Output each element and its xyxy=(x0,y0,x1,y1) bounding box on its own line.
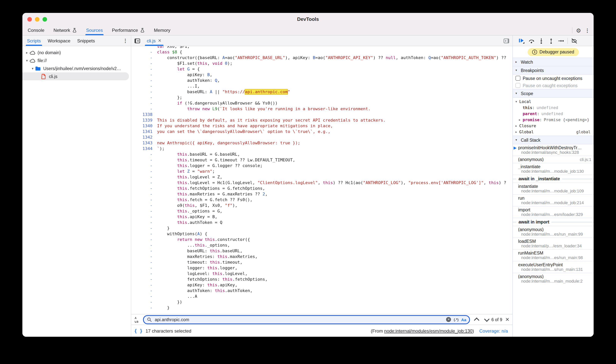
line-number[interactable]: - xyxy=(131,61,157,66)
checkbox[interactable] xyxy=(516,83,520,88)
replace-toggle-icon[interactable] xyxy=(134,316,140,323)
line-number[interactable]: - xyxy=(131,305,157,311)
line-number[interactable]: 1342 xyxy=(131,134,157,140)
line-number[interactable]: - xyxy=(131,100,157,106)
line-number[interactable]: - xyxy=(131,265,157,271)
line-number[interactable]: - xyxy=(131,89,157,95)
breakpoint-option[interactable]: Pause on uncaught exceptions xyxy=(513,75,594,82)
line-number[interactable]: 1341 xyxy=(131,129,157,134)
tree-item-cli-js[interactable]: cli.js xyxy=(22,72,129,80)
chevron-down-icon[interactable]: ▾ xyxy=(25,59,29,62)
scope-prop-promise[interactable]: ▸promise:Promise {<pending>} xyxy=(513,117,594,123)
call-stack-frame[interactable]: loadESMnode:internal/p…/esm_loader:34 xyxy=(513,237,594,249)
navigator-tab-snippets[interactable]: Snippets xyxy=(77,36,95,46)
line-number[interactable]: 1343 xyxy=(131,140,157,146)
line-number[interactable]: - xyxy=(131,66,157,72)
tab-sources[interactable]: Sources xyxy=(86,25,103,35)
line-number[interactable]: - xyxy=(131,248,157,254)
gear-icon[interactable]: ⚙ xyxy=(576,27,581,33)
close-tab-icon[interactable]: ✕ xyxy=(158,38,161,43)
call-stack-frame[interactable]: instantiatenode:internal/m…module_job:10… xyxy=(513,182,594,194)
line-number[interactable]: - xyxy=(131,72,157,78)
line-number[interactable]: - xyxy=(131,174,157,180)
call-stack-frame[interactable]: (anonymous)node:internal/m…es/run_main:9… xyxy=(513,226,594,237)
section-call-stack[interactable]: ▾ Call Stack xyxy=(513,136,594,144)
line-number[interactable]: - xyxy=(131,299,157,305)
line-number[interactable]: 1344 xyxy=(131,146,157,152)
line-number[interactable]: - xyxy=(131,157,157,163)
section-scope[interactable]: ▾ Scope xyxy=(513,89,594,98)
line-number[interactable]: - xyxy=(131,106,157,112)
line-number[interactable]: 1339 xyxy=(131,117,157,123)
line-number[interactable]: - xyxy=(131,163,157,169)
coverage-link[interactable]: Coverage: n/a xyxy=(479,328,508,334)
chevron-right-icon[interactable]: ▸ xyxy=(25,51,29,54)
line-number[interactable]: - xyxy=(131,220,157,225)
tab-memory[interactable]: Memory xyxy=(154,25,170,35)
resume-icon[interactable] xyxy=(517,37,527,45)
zoom-window-button[interactable] xyxy=(42,17,47,21)
line-number[interactable]: - xyxy=(131,95,157,100)
call-stack-frame[interactable]: _instantiatenode:internal/m…module_job:1… xyxy=(513,163,594,175)
line-number[interactable]: - xyxy=(131,208,157,214)
call-stack-frame[interactable]: (anonymous)cli.js:1 xyxy=(513,156,594,163)
tree-item-file-[interactable]: ▾file:// xyxy=(22,56,131,65)
source-origin-link[interactable]: node:internal/modules/esm/module_job:130 xyxy=(384,328,473,334)
line-number[interactable]: - xyxy=(131,197,157,203)
search-input[interactable]: api.anthropic.com (.*) Aa xyxy=(143,315,470,324)
scope-section-global[interactable]: ▸Globalglobal xyxy=(513,129,594,135)
editor-tab-cli-js[interactable]: cli.js ✕ xyxy=(143,36,165,46)
line-number[interactable] xyxy=(131,46,157,49)
call-stack-frame[interactable]: runnode:internal/m…module_job:214 xyxy=(513,194,594,206)
scope-section-local[interactable]: ▾Local xyxy=(513,98,594,104)
format-braces-icon[interactable] xyxy=(134,328,142,334)
scope-section-closure[interactable]: ▸Closure xyxy=(513,123,594,129)
step-over-icon[interactable] xyxy=(527,37,536,45)
regex-icon[interactable]: (.*) xyxy=(454,317,458,322)
line-number[interactable]: - xyxy=(131,254,157,260)
clear-icon[interactable] xyxy=(446,317,451,322)
match-case-icon[interactable]: Aa xyxy=(461,317,466,322)
line-number[interactable]: - xyxy=(131,78,157,83)
line-number[interactable]: - xyxy=(131,260,157,265)
code-editor[interactable]: var Xs0, $F1,-class $8 {- constructor({b… xyxy=(131,46,512,314)
line-number[interactable]: - xyxy=(131,152,157,157)
call-stack-frame[interactable]: importnode:internal/m…esm/loader:329 xyxy=(513,206,594,218)
chevron-down-icon[interactable] xyxy=(484,316,490,322)
section-breakpoints[interactable]: ▾ Breakpoints xyxy=(513,66,594,75)
collapse-left-icon[interactable] xyxy=(134,38,140,44)
line-number[interactable]: - xyxy=(131,169,157,174)
call-stack-frame[interactable]: promiseInitHookWithDestroyTr…node:intern… xyxy=(513,144,594,156)
step-icon[interactable] xyxy=(556,37,566,45)
line-number[interactable]: - xyxy=(131,231,157,237)
navigator-tab-workspace[interactable]: Workspace xyxy=(48,36,70,46)
line-number[interactable]: - xyxy=(131,180,157,186)
step-into-icon[interactable] xyxy=(536,37,546,45)
line-number[interactable]: 1338 xyxy=(131,112,157,117)
line-number[interactable]: - xyxy=(131,282,157,288)
close-window-button[interactable] xyxy=(27,17,32,21)
line-number[interactable]: - xyxy=(131,49,157,55)
line-number[interactable]: - xyxy=(131,55,157,61)
line-number[interactable]: - xyxy=(131,203,157,208)
close-icon[interactable]: ✕ xyxy=(505,317,509,322)
line-number[interactable]: - xyxy=(131,214,157,220)
step-out-icon[interactable] xyxy=(546,37,556,45)
deactivate-breakpoints-icon[interactable] xyxy=(569,37,579,45)
line-number[interactable]: - xyxy=(131,225,157,231)
checkbox[interactable] xyxy=(516,76,520,81)
line-number[interactable]: - xyxy=(131,294,157,299)
section-watch[interactable]: ▸ Watch xyxy=(513,58,594,66)
line-number[interactable]: - xyxy=(131,242,157,248)
breakpoint-option[interactable]: Pause on caught exceptions xyxy=(513,82,594,89)
tree-item--no-domain-[interactable]: ▸(no domain) xyxy=(22,49,131,56)
line-number[interactable]: - xyxy=(131,83,157,89)
line-number[interactable]: - xyxy=(131,186,157,191)
kebab-menu-icon[interactable]: ⋮ xyxy=(585,27,590,33)
tree-item-users-jinhuilee-nvm-versions-node-v2-[interactable]: ▾Users/jinhuilee/.nvm/versions/node/v2… xyxy=(22,65,131,72)
line-number[interactable]: - xyxy=(131,288,157,294)
line-number[interactable]: - xyxy=(131,237,157,242)
line-number[interactable]: 1340 xyxy=(131,123,157,129)
tab-performance[interactable]: Performance xyxy=(112,25,145,35)
chevron-up-icon[interactable] xyxy=(474,317,479,323)
